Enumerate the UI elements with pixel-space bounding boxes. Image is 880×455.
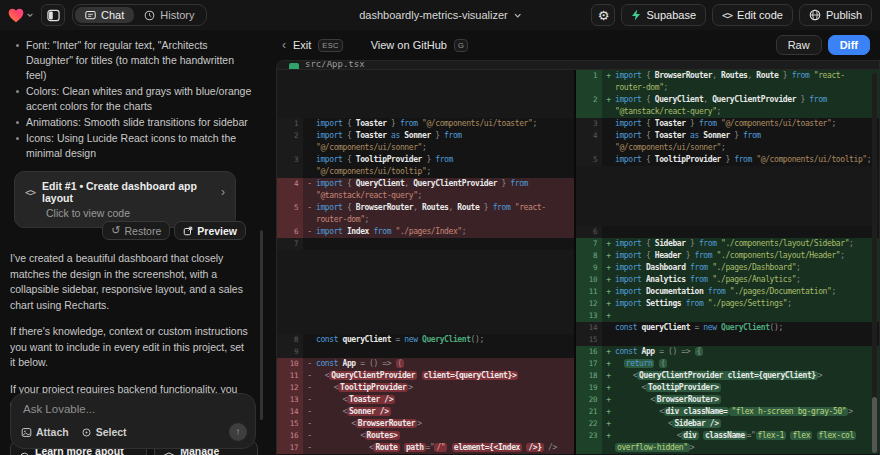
g-kbd-badge: G xyxy=(454,39,468,52)
diff-marker: + xyxy=(602,358,615,370)
tab-chat[interactable]: Chat xyxy=(75,7,134,23)
code-text: import Analytics from "./pages/Analytics… xyxy=(615,274,879,286)
diff-marker: + xyxy=(602,370,615,382)
diff-line: 1import { Toaster } from "@/components/u… xyxy=(277,118,574,130)
composer-input[interactable]: Ask Lovable... xyxy=(23,403,245,415)
diff-marker: - xyxy=(303,430,316,442)
sidebar-toggle-button[interactable] xyxy=(41,4,65,26)
diff-marker xyxy=(303,346,316,358)
diff-marker: + xyxy=(602,406,615,418)
globe-icon xyxy=(809,9,821,21)
diff-line: 15- <BrowserRouter> xyxy=(277,418,574,430)
diff-line: 17+ return ( xyxy=(576,358,879,370)
diff-marker xyxy=(602,334,615,346)
diff-line: 5import { TooltipProvider } from "@/comp… xyxy=(576,154,879,166)
code-text xyxy=(615,334,879,346)
chevron-down-icon xyxy=(513,11,521,19)
diff-marker: + xyxy=(602,274,615,286)
diff-spacer xyxy=(277,250,574,334)
diff-scrollbar-thumb[interactable] xyxy=(872,397,877,453)
bullet-list: Font: "Inter" for regular text, "Archite… xyxy=(10,38,258,161)
diff-line: 12- <TooltipProvider> xyxy=(277,382,574,394)
code-text: return ( xyxy=(615,358,879,370)
code-text xyxy=(615,310,879,322)
chat-paragraph: If there's knowledge, context or custom … xyxy=(10,324,252,371)
exit-button[interactable]: Exit xyxy=(293,39,311,51)
preview-button[interactable]: Preview xyxy=(174,221,246,240)
line-number: 15 xyxy=(277,418,303,430)
bullet-text: Colors: Clean whites and grays with blue… xyxy=(26,84,254,114)
line-number: 2 xyxy=(277,130,303,154)
preview-label: Preview xyxy=(197,225,237,237)
project-title-menu[interactable]: dashboardly-metrics-visualizer xyxy=(359,0,521,30)
settings-button[interactable]: ⚙ xyxy=(591,4,615,26)
file-header[interactable]: src/App.tsx xyxy=(277,61,879,70)
code-brackets-icon: <> xyxy=(25,187,35,198)
external-link-icon xyxy=(183,226,193,236)
crosshair-icon xyxy=(81,427,92,438)
code-text: <div className="flex h-screen bg-gray-50… xyxy=(615,406,879,418)
supabase-button[interactable]: Supabase xyxy=(621,4,706,26)
raw-button[interactable]: Raw xyxy=(776,35,822,55)
diff-marker: - xyxy=(303,358,316,370)
bullet-dot-icon xyxy=(16,90,19,93)
attach-button[interactable]: Attach xyxy=(21,426,69,438)
line-number: 10 xyxy=(576,274,602,286)
tab-history[interactable]: History xyxy=(134,7,204,23)
line-number: 3 xyxy=(576,118,602,130)
typescript-file-icon xyxy=(289,63,299,70)
select-button[interactable]: Select xyxy=(81,426,127,438)
diff-marker: + xyxy=(602,430,615,454)
diff-marker: + xyxy=(602,262,615,274)
diff-marker xyxy=(602,154,615,166)
publish-button[interactable]: Publish xyxy=(799,4,872,26)
code-text: import { BrowserRouter, Routes, Route } … xyxy=(615,70,879,94)
diff-line: 14- <Sonner /> xyxy=(277,406,574,418)
diff-spacer xyxy=(277,70,574,118)
diff-line: 10-const App = () => ( xyxy=(277,358,574,370)
bullet-dot-icon xyxy=(16,137,19,140)
line-number: 17 xyxy=(576,358,602,370)
diff-line: 11- <QueryClientProvider client={queryCl… xyxy=(277,370,574,382)
view-on-github-button[interactable]: View on GitHub xyxy=(371,39,447,51)
line-number: 3 xyxy=(277,154,303,178)
diff-line: 12+import Settings from "./pages/Setting… xyxy=(576,298,879,310)
composer[interactable]: Ask Lovable... Attach Select xyxy=(10,393,256,449)
code-text: <Sonner /> xyxy=(316,406,574,418)
diff-new-column: 1+import { BrowserRouter, Routes, Route … xyxy=(574,70,879,455)
supabase-bolt-icon xyxy=(631,9,641,21)
diff-marker xyxy=(602,322,615,334)
code-text: const App = () => { xyxy=(615,346,879,358)
diff-marker: - xyxy=(303,202,316,226)
lovable-logo-menu[interactable] xyxy=(8,8,34,23)
tab-history-label: History xyxy=(160,9,194,21)
diff-marker: - xyxy=(303,370,316,382)
send-button[interactable]: ↑ xyxy=(229,423,247,441)
chat-scrollbar[interactable] xyxy=(260,230,263,420)
diff-line: 10+import Analytics from "./pages/Analyt… xyxy=(576,274,879,286)
diff-marker: + xyxy=(602,394,615,406)
chat-history-tabs: Chat History xyxy=(72,4,207,26)
line-number: 2 xyxy=(576,94,602,118)
diff-marker: + xyxy=(602,298,615,310)
line-number: 12 xyxy=(576,298,602,310)
diff-line: 16+const App = () => { xyxy=(576,346,879,358)
diff-line: 2import { Toaster as Sonner } from "@/co… xyxy=(277,130,574,154)
diff-line: 5-import { BrowserRouter, Routes, Route … xyxy=(277,202,574,226)
edit-card[interactable]: <> Edit #1 • Create dashboard app layout… xyxy=(14,171,236,228)
diff-button[interactable]: Diff xyxy=(828,35,870,55)
line-number: 20 xyxy=(576,394,602,406)
line-number: 11 xyxy=(277,370,303,382)
clock-icon xyxy=(144,10,155,21)
select-label: Select xyxy=(96,426,127,438)
edit-code-button[interactable]: <> Edit code xyxy=(712,4,793,26)
line-number: 13 xyxy=(277,394,303,406)
line-number: 21 xyxy=(576,406,602,418)
diff-marker xyxy=(602,226,615,238)
diff-scrollbar-track[interactable] xyxy=(872,73,877,453)
line-number: 7 xyxy=(576,238,602,250)
line-number: 5 xyxy=(576,154,602,166)
diff-line: 21+ <div className="flex h-screen bg-gra… xyxy=(576,406,879,418)
restore-button[interactable]: ↺ Restore xyxy=(102,221,170,240)
line-number: 5 xyxy=(277,202,303,226)
